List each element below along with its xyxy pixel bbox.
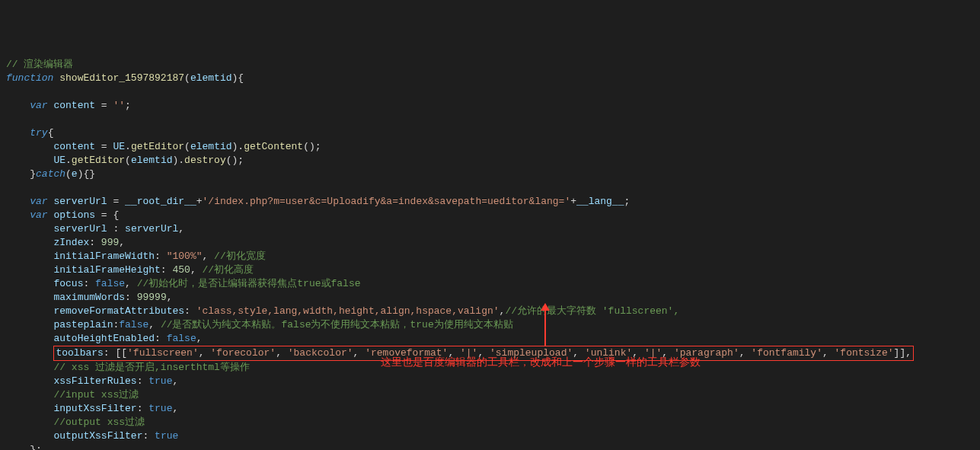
- paren: (: [184, 72, 190, 84]
- function-name: showEditor_1597892187: [59, 72, 184, 84]
- kw-try: try: [30, 127, 47, 139]
- url-string: '/index.php?m=user&c=Uploadify&a=index&s…: [203, 196, 571, 207]
- key-autoHeightEnabled: autoHeightEnabled: [53, 333, 155, 344]
- key-outputXssFilter: outputXssFilter: [53, 430, 142, 442]
- kw-var: var: [30, 209, 47, 221]
- arg-elemtid: elemtid: [131, 155, 173, 166]
- key-toolbars: toolbars: [56, 347, 103, 359]
- rootdir: __root_dir__: [125, 196, 196, 207]
- key-serverUrl: serverUrl: [53, 223, 107, 235]
- param: elemtid: [190, 72, 232, 84]
- num-99999: 99999: [137, 292, 167, 303]
- str-attrs: 'class,style,lang,width,height,align,hsp…: [196, 305, 500, 317]
- kw-var: var: [30, 196, 47, 207]
- code-editor[interactable]: // 渲染编辑器 function showEditor_1597892187(…: [6, 58, 974, 450]
- false: false: [167, 333, 196, 344]
- method-destroy: destroy: [184, 155, 226, 166]
- comment: //input xss过滤: [53, 389, 139, 401]
- key-initialFrameWidth: initialFrameWidth: [53, 251, 155, 262]
- comment: //初化宽度: [214, 251, 266, 262]
- kw-var: var: [30, 100, 47, 111]
- key-initialFrameHeight: initialFrameHeight: [53, 264, 160, 276]
- comment: //允许的最大字符数 'fullscreen',: [505, 305, 679, 317]
- key-xssFilterRules: xssFilterRules: [53, 375, 136, 387]
- ue-obj: UE: [53, 155, 65, 166]
- annotation-text: 这里也是百度编辑器的工具栏，改成和上一个步骤一样的工具栏参数: [381, 355, 701, 369]
- kw-function: function: [6, 72, 53, 84]
- var-content: content: [53, 141, 95, 152]
- num-999: 999: [101, 237, 119, 248]
- comment: //是否默认为纯文本粘贴。false为不使用纯文本粘贴，true为使用纯文本粘贴: [161, 319, 513, 330]
- tb-forecolor: 'forecolor': [210, 347, 276, 359]
- method-getEditor: getEditor: [131, 141, 184, 152]
- val-serverUrl: serverUrl: [125, 223, 178, 235]
- comment-line: // 渲染编辑器: [6, 59, 73, 70]
- key-removeFormatAttributes: removeFormatAttributes: [53, 305, 184, 317]
- var-serverUrl: serverUrl: [53, 196, 107, 207]
- comment: // xss 过滤是否开启,inserthtml等操作: [53, 362, 249, 373]
- key-pasteplain: pasteplain: [53, 319, 113, 330]
- paren: ){: [231, 72, 244, 84]
- num-450: 450: [172, 264, 190, 276]
- false: false: [119, 319, 148, 330]
- key-maximumWords: maximumWords: [53, 292, 125, 303]
- tb-fontsize: 'fontsize': [835, 347, 894, 359]
- method-getContent: getContent: [244, 141, 303, 152]
- var-options: options: [53, 209, 95, 221]
- true: true: [148, 375, 172, 387]
- tb-fontfamily: 'fontfamily': [751, 347, 822, 359]
- lang-var: __lang__: [576, 196, 624, 207]
- false: false: [95, 278, 125, 289]
- key-zIndex: zIndex: [53, 237, 89, 248]
- comment: //output xss过滤: [53, 416, 145, 428]
- tb-backcolor: 'backcolor': [288, 347, 353, 359]
- ue-obj: UE: [113, 141, 125, 152]
- true: true: [148, 403, 172, 414]
- method-getEditor: getEditor: [72, 155, 125, 166]
- var-content: content: [53, 100, 95, 111]
- true: true: [155, 430, 178, 442]
- tb-fullscreen: 'fullscreen': [127, 347, 199, 359]
- key-inputXssFilter: inputXssFilter: [53, 403, 136, 414]
- catch-e: e: [72, 168, 78, 180]
- str-100: "100%": [167, 251, 203, 262]
- empty-string: '': [113, 100, 125, 111]
- comment: //初始化时，是否让编辑器获得焦点true或false: [137, 278, 361, 289]
- kw-catch: catch: [36, 168, 65, 180]
- key-focus: focus: [53, 278, 83, 289]
- annotation-arrow: [544, 304, 546, 346]
- arg-elemtid: elemtid: [190, 141, 232, 152]
- comment: //初化高度: [203, 264, 254, 276]
